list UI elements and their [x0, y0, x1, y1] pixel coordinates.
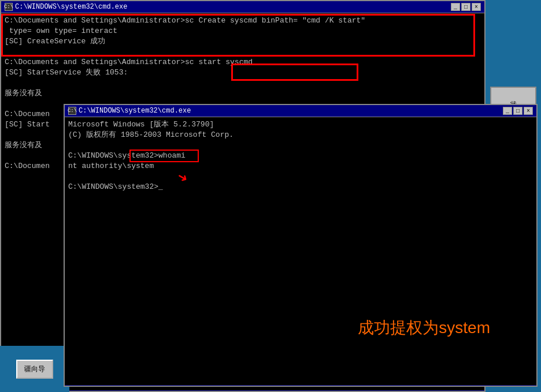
cmd-icon-back: C:\: [5, 3, 13, 11]
window-controls-front[interactable]: _ □ ×: [503, 107, 533, 115]
cmd-line-5: C:\Documents and Settings\Administrator>…: [5, 57, 481, 68]
title-left-front: C:\ C:\WINDOWS\system32\cmd.exe: [68, 107, 191, 115]
minimize-btn-front[interactable]: _: [503, 107, 512, 115]
bottom-nav: 疆向导: [0, 346, 69, 392]
front-line-7: C:\WINDOWS\system32>_: [68, 182, 533, 192]
cmd-body-front: Microsoft Windows [版本 5.2.3790] (C) 版权所有…: [65, 117, 536, 385]
cmd-line-3: [SC] CreateService 成功: [5, 36, 481, 47]
maximize-btn-back[interactable]: □: [461, 3, 470, 11]
close-btn-front[interactable]: ×: [524, 107, 533, 115]
cmd-line-1: C:\Documents and Settings\Administrator>…: [5, 16, 481, 26]
cmd-line-7: [5, 78, 481, 88]
title-left-back: C:\ C:\WINDOWS\system32\cmd.exe: [5, 3, 127, 11]
maximize-btn-front[interactable]: □: [513, 107, 523, 115]
window-controls-back[interactable]: _ □ ×: [451, 3, 481, 11]
front-line-2: (C) 版权所有 1985-2003 Microsoft Corp.: [68, 130, 533, 140]
success-text: 成功提权为system: [358, 317, 490, 339]
cmd-line-2: type= own type= interact: [5, 26, 481, 36]
front-line-1: Microsoft Windows [版本 5.2.3790]: [68, 120, 533, 130]
front-line-5: nt authority\system: [68, 161, 533, 171]
cmd-title-back: C:\WINDOWS\system32\cmd.exe: [15, 3, 127, 11]
minimize-btn-back[interactable]: _: [451, 3, 460, 11]
front-line-3: [68, 140, 533, 151]
cmd-titlebar-back: C:\ C:\WINDOWS\system32\cmd.exe _ □ ×: [1, 1, 484, 13]
cmd-line-8: 服务没有及: [5, 88, 481, 99]
cmd-line-4: [5, 47, 481, 57]
close-btn-back[interactable]: ×: [472, 3, 481, 11]
cmd-title-front: C:\WINDOWS\system32\cmd.exe: [79, 107, 191, 115]
cmd-titlebar-front: C:\ C:\WINDOWS\system32\cmd.exe _ □ ×: [65, 105, 536, 117]
cmd-icon-front: C:\: [68, 107, 76, 115]
cmd-line-6: [SC] StartService 失败 1053:: [5, 68, 481, 78]
front-line-4: C:\WINDOWS\system32>whoami: [68, 151, 533, 161]
front-line-6: [68, 171, 533, 182]
cmd-window-front: C:\ C:\WINDOWS\system32\cmd.exe _ □ × Mi…: [64, 104, 538, 387]
nav-button[interactable]: 疆向导: [16, 360, 53, 379]
